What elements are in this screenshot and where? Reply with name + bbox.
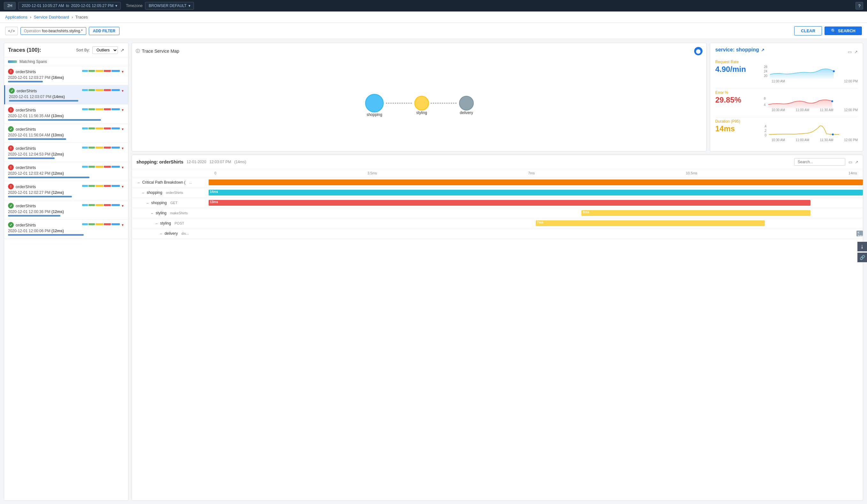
map-panel: ⓘ Trace Service Map ⬤ shopping (132, 43, 707, 151)
timeline-service: Critical Path Breakdown ( (142, 180, 185, 185)
trace-item[interactable]: ✓ orderShirts ▼ 2020-12-01 12:03:07 PM (… (4, 85, 128, 105)
mini-bar (96, 166, 103, 168)
detail-date: 12-01-2020 (186, 160, 206, 164)
mini-bar (104, 185, 111, 187)
help-button[interactable]: ? (856, 2, 863, 10)
timeline-op: GET (170, 201, 178, 205)
copy-detail-icon[interactable]: ▭ (848, 160, 852, 164)
trace-item[interactable]: ✓ orderShirts ▼ 2020-12-01 11:56:04 AM (… (4, 124, 128, 143)
trace-item[interactable]: ! orderShirts ▼ 2020-12-01 12:03:27 PM (… (4, 66, 128, 85)
trace-time-dur: 2020-12-01 12:00:36 PM (12ms) (8, 210, 124, 214)
timeline-name: – delivery dis... (132, 229, 208, 238)
trace-item[interactable]: ! orderShirts ▼ 2020-12-01 11:56:35 AM (… (4, 105, 128, 124)
svg-point-2 (365, 94, 383, 112)
trace-bar-preview: ▼ (82, 147, 124, 150)
trace-duration: (12ms) (51, 171, 64, 176)
breadcrumb-service-dashboard[interactable]: Service Dashboard (34, 15, 69, 20)
trace-item[interactable]: ! orderShirts ▼ 2020-12-01 12:03:42 PM (… (4, 162, 128, 181)
download-icon[interactable]: ⭳ (857, 242, 867, 251)
search-button[interactable]: 🔍 SEARCH (825, 26, 862, 35)
mini-bar (111, 147, 120, 149)
map-expand-button[interactable]: ⬤ (694, 47, 703, 55)
detail-panel-icons[interactable]: ▭ ↗ (848, 160, 858, 164)
error-block: Error % 29.85% 8 4 (715, 90, 858, 112)
trace-name: orderShirts (15, 127, 36, 131)
svg-point-10 (832, 133, 834, 136)
time-range-picker[interactable]: 2020-12-01 10:05:27 AM to 2020-12-01 12:… (18, 2, 121, 10)
timeline-row[interactable]: – delivery dis... < 1ms (132, 228, 863, 239)
link-icon[interactable]: 🔗 (857, 253, 867, 262)
trace-name: orderShirts (15, 223, 36, 227)
mini-bar (96, 223, 103, 225)
duration-chart (769, 124, 839, 138)
timeline-row[interactable]: – styling makeShirts 8ms (132, 208, 863, 218)
status-icon: ! (8, 184, 14, 190)
status-icon: ! (8, 69, 14, 74)
right-panels: ⓘ Trace Service Map ⬤ shopping (132, 43, 863, 501)
status-icon: ! (8, 145, 14, 151)
mini-bar (88, 108, 95, 110)
timeline-row[interactable]: – shopping GET 13ms (132, 198, 863, 208)
request-rate-block: Request Rate 4.90/min 28 24 20 (715, 60, 858, 83)
top-right: ⓘ Trace Service Map ⬤ shopping (132, 43, 863, 151)
timeline-row[interactable]: – Critical Path Breakdown ( ... (132, 177, 863, 187)
timeline-name: – styling makeShirts (132, 209, 208, 217)
mini-bar (88, 89, 95, 91)
trace-time-dur: 2020-12-01 12:03:07 PM (14ms) (9, 95, 124, 99)
trace-list[interactable]: ! orderShirts ▼ 2020-12-01 12:03:27 PM (… (4, 66, 128, 501)
trace-duration: (16ms) (51, 75, 64, 80)
trace-item[interactable]: ! orderShirts ▼ 2020-12-01 12:04:53 PM (… (4, 143, 128, 162)
trace-duration: (12ms) (51, 210, 64, 214)
svg-point-3 (415, 96, 429, 110)
mini-bar (104, 147, 111, 149)
traces-panel: Traces (100): Sort By: Outliers ↗ Matchi… (4, 43, 128, 501)
timeline-op: POST (174, 221, 184, 225)
mini-bar (96, 185, 103, 187)
external-link-icon[interactable]: ↗ (761, 47, 764, 52)
panel-icons[interactable]: ▭ ↗ (848, 50, 858, 54)
expand-icon[interactable]: ↗ (120, 47, 124, 53)
filter-value: foo-beachshirts.styling.* (42, 29, 83, 33)
fullscreen-detail-icon[interactable]: ↗ (855, 160, 858, 164)
topbar: 2H 2020-12-01 10:05:27 AM to 2020-12-01 … (0, 0, 867, 11)
filter-tag[interactable]: Operation foo-beachshirts.styling.* (20, 27, 86, 35)
timeline-bar-label: 13ms (210, 200, 218, 204)
timeline-bar-label: 7ms (537, 221, 543, 224)
detail-search-input[interactable] (794, 158, 845, 166)
mini-bar (104, 108, 111, 110)
timeline-service: shopping (147, 190, 162, 195)
mini-bar (88, 127, 95, 129)
trace-time-dur: 2020-12-01 11:56:04 AM (13ms) (8, 133, 124, 137)
trace-item[interactable]: ✓ orderShirts ▼ 2020-12-01 12:00:06 PM (… (4, 219, 128, 239)
timeline-bar: 8ms (581, 210, 811, 216)
trace-detail-panel: shopping: orderShirts 12-01-2020 12:03:0… (132, 154, 863, 501)
side-icons: ⭳ 🔗 (857, 242, 867, 262)
breadcrumb-applications[interactable]: Applications (5, 15, 28, 20)
time-range-button[interactable]: 2H (4, 2, 15, 10)
trace-duration: (12ms) (51, 229, 64, 233)
trace-duration: (14ms) (52, 95, 65, 99)
request-rate-value: 4.90/min (715, 65, 760, 74)
map-title: Trace Service Map (142, 49, 179, 54)
trace-item[interactable]: ! orderShirts ▼ 2020-12-01 12:02:27 PM (… (4, 181, 128, 200)
trace-time-dur: 2020-12-01 12:02:27 PM (12ms) (8, 190, 124, 195)
timeline-row[interactable]: – styling POST 7ms (132, 218, 863, 228)
code-toggle-button[interactable]: </> (5, 27, 18, 35)
trace-bar-preview: ▼ (82, 108, 124, 112)
timezone-selector[interactable]: BROWSER DEFAULT ▾ (145, 2, 194, 10)
copy-icon[interactable]: ▭ (848, 50, 852, 54)
trace-item[interactable]: ✓ orderShirts ▼ 2020-12-01 12:00:36 PM (… (4, 200, 128, 219)
timeline-header: 03.5ms7ms10.5ms14ms (132, 169, 863, 177)
duration-block: Duration (P95) 14ms .4 .2 0 (715, 119, 858, 142)
clear-button[interactable]: CLEAR (794, 26, 822, 35)
svg-point-9 (831, 100, 833, 102)
fullscreen-icon[interactable]: ↗ (854, 50, 858, 54)
trace-bar-preview: ▼ (82, 166, 124, 169)
trace-bar-preview: ▼ (82, 70, 124, 74)
main-layout: Traces (100): Sort By: Outliers ↗ Matchi… (0, 39, 867, 504)
timeline-row[interactable]: – shopping orderShirts 14ms (132, 187, 863, 198)
timeline-name: – shopping orderShirts (132, 189, 208, 197)
add-filter-button[interactable]: ADD FILTER (89, 27, 119, 35)
sort-select[interactable]: Outliers (92, 46, 118, 54)
timeline-bar-area (208, 178, 863, 186)
